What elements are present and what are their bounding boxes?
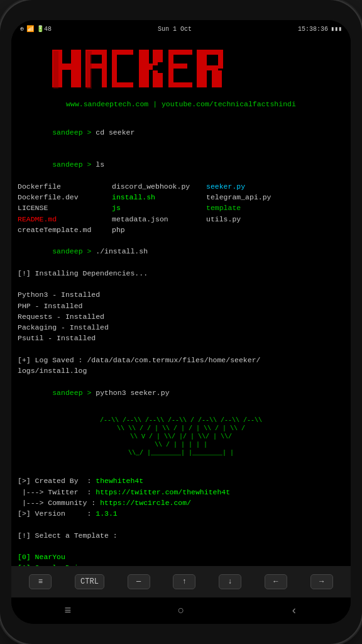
nav-menu-icon[interactable]: ≡ <box>65 604 72 617</box>
ls-file-1: Dockerfile <box>18 181 112 192</box>
key-menu[interactable]: ≡ <box>29 574 52 589</box>
python3-installed: Python3 - Installed <box>18 289 344 300</box>
spacer1 <box>18 279 344 289</box>
cmd-install: sandeep > ./install.sh <box>18 235 344 268</box>
ls-file-9: template <box>206 203 300 213</box>
svg-rect-10 <box>112 50 117 87</box>
svg-rect-26 <box>218 50 223 69</box>
requests-installed: Requests - Installed <box>18 311 344 322</box>
phone-frame: ⊕ 📶 🔋48 Sun 1 Oct 15:38:36 ▮▮▮ <box>0 0 362 644</box>
ls-file-8: js <box>112 203 206 213</box>
nav-home-icon[interactable]: ○ <box>178 604 185 617</box>
svg-rect-11 <box>112 82 133 87</box>
packaging-installed: Packaging - Installed <box>18 322 344 333</box>
svg-rect-30 <box>53 51 58 89</box>
template-0: [0] NearYou <box>18 552 344 562</box>
ls-file-14: php <box>112 225 206 235</box>
time-text: 15:38:36 <box>298 26 328 33</box>
key-down[interactable]: ↓ <box>219 574 241 589</box>
svg-rect-12 <box>139 50 144 87</box>
ls-file-15 <box>206 225 300 235</box>
svg-rect-17 <box>158 50 163 62</box>
prompt1: sandeep > <box>52 128 96 136</box>
twitter-line: |---> Twitter : https://twitter.com/thew… <box>18 487 344 497</box>
svg-rect-23 <box>197 50 202 87</box>
hacker-title <box>18 47 344 94</box>
php-installed: PHP - Installed <box>18 301 344 311</box>
svg-rect-22 <box>173 82 192 87</box>
key-ctrl[interactable]: CTRL <box>75 574 104 589</box>
svg-rect-14 <box>144 64 153 70</box>
svg-rect-21 <box>173 64 187 69</box>
svg-rect-16 <box>153 70 158 87</box>
nav-back-icon[interactable]: ‹ <box>291 604 298 617</box>
battery-icon: 🔋48 <box>36 25 52 33</box>
version-line: [>] Version : 1.3.1 <box>18 508 344 519</box>
svg-rect-25 <box>207 50 218 55</box>
svg-rect-2 <box>62 64 71 70</box>
ls-file-7: LICENSE <box>18 203 112 213</box>
select-template: [!] Select a Template : <box>18 530 344 541</box>
svg-rect-15 <box>153 50 158 65</box>
ls-file-3: seeker.py <box>206 181 300 192</box>
cmd-python: sandeep > python3 seeker.py <box>18 376 344 409</box>
keyboard-bar: ≡ CTRL — ↑ ↓ ← → <box>11 566 351 597</box>
svg-rect-20 <box>173 50 192 55</box>
notification-icon: ⊕ <box>20 25 24 33</box>
ls-file-6: telegram_api.py <box>206 192 300 203</box>
svg-rect-19 <box>168 50 173 87</box>
installing-msg: [!] Installing Dependencies... <box>18 268 344 279</box>
terminal-area[interactable]: www.sandeeptech.com | youtube.com/techni… <box>11 38 351 566</box>
nav-bar: ≡ ○ ‹ <box>11 597 351 624</box>
svg-rect-29 <box>217 70 222 87</box>
svg-rect-4 <box>76 50 81 87</box>
svg-rect-6 <box>90 50 102 55</box>
ls-file-4: Dockerfile.dev <box>18 192 112 203</box>
key-right[interactable]: → <box>310 574 333 589</box>
svg-rect-3 <box>71 50 76 87</box>
date-text: Sun 1 Oct <box>158 26 192 33</box>
status-right: 15:38:36 ▮▮▮ <box>298 25 342 33</box>
spacer5 <box>18 541 344 552</box>
wifi-icon: 📶 <box>26 25 34 33</box>
spacer4 <box>18 519 344 530</box>
community-line: |---> Community : https://twc1rcle.com/ <box>18 497 344 508</box>
status-center: Sun 1 Oct <box>158 26 192 33</box>
cmd-cd-seeker: sandeep > cd seeker <box>18 116 344 148</box>
spacer3 <box>18 465 344 475</box>
svg-rect-28 <box>212 70 217 87</box>
ls-file-12: utils.py <box>206 214 300 225</box>
ls-file-13: createTemplate.md <box>18 225 112 235</box>
created-by: [>] Created By : thewhiteh4t <box>18 475 344 486</box>
status-left: ⊕ 📶 🔋48 <box>20 25 52 33</box>
website-line: www.sandeeptech.com | youtube.com/techni… <box>18 99 344 109</box>
svg-rect-31 <box>87 51 92 89</box>
signal-icon: ▮▮▮ <box>331 25 342 33</box>
ls-file-11: metadata.json <box>112 214 206 225</box>
seeker-ascii: /--\\ /--\\ /--\\ /--\\ / /--\\ /--\\ /-… <box>18 416 344 457</box>
ls-file-5: install.sh <box>112 192 206 203</box>
ls-file-10: README.md <box>18 214 112 225</box>
phone-screen: ⊕ 📶 🔋48 Sun 1 Oct 15:38:36 ▮▮▮ <box>11 20 351 624</box>
psutil-installed: Psutil - Installed <box>18 333 344 343</box>
svg-rect-27 <box>207 65 218 70</box>
cmd-ls: sandeep > ls <box>18 148 344 181</box>
key-dash[interactable]: — <box>128 574 150 589</box>
key-up[interactable]: ↑ <box>173 574 195 589</box>
svg-rect-18 <box>158 73 163 87</box>
log-saved: [+] Log Saved : /data/data/com.termux/fi… <box>18 355 344 365</box>
log-path: logs/install.log <box>18 365 344 376</box>
ls-file-2: discord_webhook.py <box>112 181 206 192</box>
ls-output: Dockerfile discord_webhook.py seeker.py … <box>18 181 344 235</box>
svg-rect-24 <box>202 50 207 87</box>
status-bar: ⊕ 📶 🔋48 Sun 1 Oct 15:38:36 ▮▮▮ <box>11 20 351 38</box>
key-left[interactable]: ← <box>265 574 287 589</box>
prompt2: sandeep > <box>52 160 96 169</box>
spacer2 <box>18 344 344 355</box>
